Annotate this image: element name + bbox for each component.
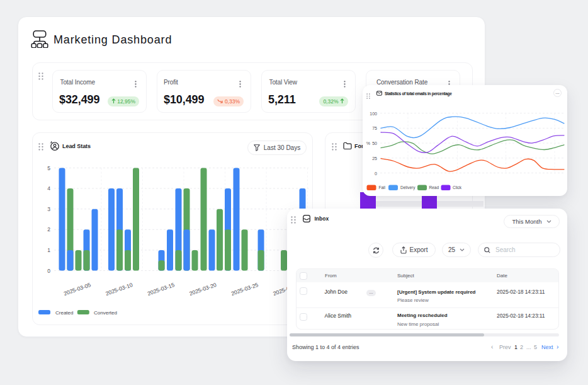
svg-text:25: 25 bbox=[372, 156, 377, 161]
svg-text:Created: Created bbox=[55, 310, 73, 316]
svg-text:%: % bbox=[366, 141, 370, 146]
svg-text:0: 0 bbox=[375, 171, 377, 176]
svg-text:Delivery: Delivery bbox=[400, 185, 416, 190]
svg-text:2025-03-20: 2025-03-20 bbox=[188, 282, 217, 297]
svg-text:Click: Click bbox=[453, 185, 462, 190]
svg-text:Converted: Converted bbox=[94, 310, 117, 316]
svg-text:2: 2 bbox=[47, 226, 50, 233]
svg-text:100: 100 bbox=[370, 112, 377, 116]
svg-text:2025-03-05: 2025-03-05 bbox=[63, 282, 92, 297]
svg-text:Read: Read bbox=[429, 185, 439, 190]
svg-text:2025-03-25: 2025-03-25 bbox=[230, 282, 259, 297]
svg-text:3: 3 bbox=[47, 206, 50, 212]
svg-text:5: 5 bbox=[47, 165, 50, 171]
svg-text:2025-03-10: 2025-03-10 bbox=[105, 282, 133, 297]
svg-text:75: 75 bbox=[372, 126, 377, 130]
svg-text:4: 4 bbox=[47, 185, 50, 192]
svg-text:50: 50 bbox=[372, 141, 377, 146]
svg-text:2025-03-15: 2025-03-15 bbox=[147, 282, 176, 297]
svg-text:1: 1 bbox=[47, 247, 50, 253]
svg-text:0: 0 bbox=[47, 268, 50, 274]
svg-text:Fail: Fail bbox=[379, 185, 386, 190]
